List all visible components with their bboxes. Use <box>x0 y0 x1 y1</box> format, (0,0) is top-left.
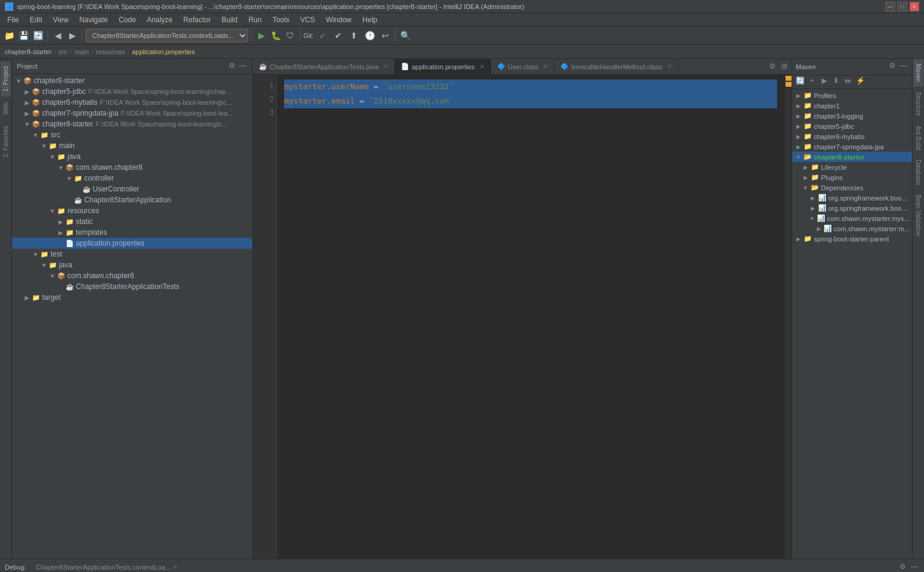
tab-tests-java[interactable]: ☕ Chapter8StarterApplicationTests.java ✕ <box>253 59 395 75</box>
breadcrumb-part-3[interactable]: resources <box>96 48 125 55</box>
close-button[interactable]: ✕ <box>910 2 919 11</box>
tree-item-4[interactable]: ▼📦chapter8-starterF:\IDEA Work Space\spr… <box>12 119 252 129</box>
git-commit-btn[interactable]: ✔ <box>332 29 345 42</box>
maven-plugins[interactable]: ▶ 📁 Plugins <box>792 172 912 182</box>
maven-lifecycle[interactable]: ▶ 📁 Lifecycle <box>792 162 912 172</box>
tree-item-14[interactable]: ▶📁templates <box>12 227 252 238</box>
maven-chapter7[interactable]: ▶ 📁 chapter7-springdata-jpa <box>792 141 912 152</box>
tab-app-properties[interactable]: 📄 application.properties ✕ <box>395 59 491 75</box>
git-push-btn[interactable]: ⬆ <box>347 29 361 42</box>
maven-chapter6[interactable]: ▶ 📁 chapter6-mybatis <box>792 131 912 141</box>
maven-dep-mystarter-sub[interactable]: ▶ 📊 com.shawn.mystarter:m... <box>792 223 912 234</box>
breadcrumb-part-0[interactable]: chapter8-starter <box>5 48 52 55</box>
tab-close-user[interactable]: ✕ <box>543 63 548 70</box>
tree-item-0[interactable]: ▼📦chapter8-starter <box>12 75 252 86</box>
tree-item-13[interactable]: ▶📁static <box>12 216 252 227</box>
tab-invocable-class[interactable]: 🔷 InvocableHandlerMethod.class ✕ <box>554 59 678 75</box>
maven-toggle-btn[interactable]: ⚡ <box>855 76 866 87</box>
toolbar-save-btn[interactable]: 💾 <box>17 29 30 42</box>
tree-item-19[interactable]: ☕Chapter8StarterApplicationTests <box>12 281 252 292</box>
tab-close-tests[interactable]: ✕ <box>383 63 388 70</box>
maven-chapter5[interactable]: ▶ 📁 chapter5-jdbc <box>792 121 912 131</box>
code-area[interactable]: mystarter.userName = ˝username23232˝ mys… <box>277 75 784 559</box>
breadcrumb-part-1[interactable]: src <box>58 48 67 55</box>
bottom-collapse-btn[interactable]: — <box>910 562 919 572</box>
edge-tab-database[interactable]: Database <box>913 155 923 190</box>
toolbar-open-btn[interactable]: 📁 <box>2 29 16 42</box>
maven-add-btn[interactable]: + <box>807 76 817 87</box>
git-update-btn[interactable]: ✓ <box>316 29 329 42</box>
debug-session-tab[interactable]: Chapter8StarterApplicationTests.contextL… <box>31 562 182 572</box>
edge-tab-bean[interactable]: Bean Validation <box>913 190 923 241</box>
maven-refresh-btn[interactable]: 🔄 <box>795 76 805 87</box>
tab-close-invocable[interactable]: ✕ <box>667 63 672 70</box>
git-history-btn[interactable]: 🕐 <box>363 29 376 42</box>
tree-item-20[interactable]: ▶📁target <box>12 292 252 303</box>
menu-navigate[interactable]: Navigate <box>75 14 113 25</box>
maven-dep-spring2[interactable]: ▶ 📊 org.springframework.boo... <box>792 203 912 213</box>
search-everywhere-btn[interactable]: 🔍 <box>398 29 412 42</box>
menu-build[interactable]: Build <box>217 14 243 25</box>
maven-dep-mystarter[interactable]: ▼ 📊 com.shawn.mystarter:mys... <box>792 213 912 223</box>
sidebar-tab-web[interactable]: Web <box>1 98 11 119</box>
menu-help[interactable]: Help <box>358 14 382 25</box>
tree-item-3[interactable]: ▶📦chapter7-springdata-jpaF:\IDEA Work Sp… <box>12 108 252 119</box>
tree-item-11[interactable]: ☕Chapter8StarterApplication <box>12 194 252 205</box>
maven-dep-spring1[interactable]: ▶ 📊 org.springframework.boo... <box>792 193 912 203</box>
toolbar-back-btn[interactable]: ◀ <box>51 29 64 42</box>
menu-edit[interactable]: Edit <box>25 14 47 25</box>
tree-item-7[interactable]: ▼📁java <box>12 151 252 162</box>
menu-window[interactable]: Window <box>321 14 356 25</box>
bottom-settings-btn[interactable]: ⚙ <box>898 562 907 572</box>
run-config-dropdown[interactable]: Chapter8StarterApplicationTests.contextL… <box>85 29 248 42</box>
sidebar-tab-project[interactable]: 1: Project <box>1 61 11 96</box>
breadcrumb-part-4[interactable]: application.properties <box>132 48 195 55</box>
menu-analyze[interactable]: Analyze <box>142 14 178 25</box>
edge-tab-ant[interactable]: Ant Build <box>913 121 923 155</box>
tree-item-8[interactable]: ▼📦com.shawn.chapter8 <box>12 162 252 173</box>
panel-settings-btn[interactable]: ⚙ <box>227 61 237 71</box>
tree-item-15[interactable]: 📄application.properties <box>12 238 252 249</box>
debug-close[interactable]: ✕ <box>173 564 178 570</box>
tree-item-2[interactable]: ▶📦chapter6-mybatisF:\IDEA Work Space\spr… <box>12 97 252 108</box>
tab-close-properties[interactable]: ✕ <box>480 63 485 70</box>
menu-view[interactable]: View <box>48 14 73 25</box>
minimize-button[interactable]: — <box>885 2 895 11</box>
maven-chapter3[interactable]: ▶ 📁 chapter3-logging <box>792 111 912 121</box>
tree-item-9[interactable]: ▼📁controller <box>12 173 252 184</box>
maven-spring-parent[interactable]: ▶ 📁 spring-boot-starter-parent <box>792 234 912 244</box>
tree-item-17[interactable]: ▼📁java <box>12 260 252 270</box>
tree-item-18[interactable]: ▼📦com.shawn.chapter8 <box>12 270 252 281</box>
menu-tools[interactable]: Tools <box>268 14 294 25</box>
sidebar-tab-favorites[interactable]: 2: Favorites <box>1 121 11 162</box>
menu-file[interactable]: File <box>2 14 23 25</box>
menu-code[interactable]: Code <box>114 14 141 25</box>
run-button[interactable]: ▶ <box>255 29 268 42</box>
toolbar-forward-btn[interactable]: ▶ <box>66 29 79 42</box>
menu-run[interactable]: Run <box>244 14 267 25</box>
git-revert-btn[interactable]: ↩ <box>379 29 392 42</box>
maven-chapter1[interactable]: ▶ 📁 chapter1 <box>792 101 912 111</box>
edge-tab-structure[interactable]: Structure <box>913 87 923 121</box>
maven-run-btn[interactable]: ▶ <box>819 76 829 87</box>
maven-chapter8[interactable]: ▼ 📂 chapter8-starter <box>792 152 912 162</box>
toolbar-sync-btn[interactable]: 🔄 <box>31 29 45 42</box>
maven-dependencies[interactable]: ▼ 📂 Dependencies <box>792 182 912 193</box>
tree-item-10[interactable]: ☕UserController <box>12 184 252 194</box>
editor-settings-btn[interactable]: ⚙ <box>767 62 777 72</box>
breadcrumb-part-2[interactable]: main <box>75 48 89 55</box>
menu-refactor[interactable]: Refactor <box>179 14 215 25</box>
menu-vcs[interactable]: VCS <box>296 14 320 25</box>
maven-profiles[interactable]: ▶ 📁 Profiles <box>792 90 912 101</box>
panel-collapse-btn[interactable]: — <box>238 61 247 71</box>
tree-item-12[interactable]: ▼📁resources <box>12 205 252 216</box>
tree-item-16[interactable]: ▼📁test <box>12 249 252 260</box>
maven-settings-btn[interactable]: ⚙ <box>887 61 898 72</box>
edge-tab-maven[interactable]: Maven <box>913 59 923 87</box>
tab-user-class[interactable]: 🔷 User.class ✕ <box>491 59 555 75</box>
maven-download-btn[interactable]: ⬇ <box>831 76 842 87</box>
maven-collapse-btn[interactable]: — <box>898 61 908 72</box>
coverage-button[interactable]: 🛡 <box>284 29 297 42</box>
debug-button[interactable]: 🐛 <box>269 29 282 42</box>
tree-item-5[interactable]: ▼📁src <box>12 129 252 140</box>
